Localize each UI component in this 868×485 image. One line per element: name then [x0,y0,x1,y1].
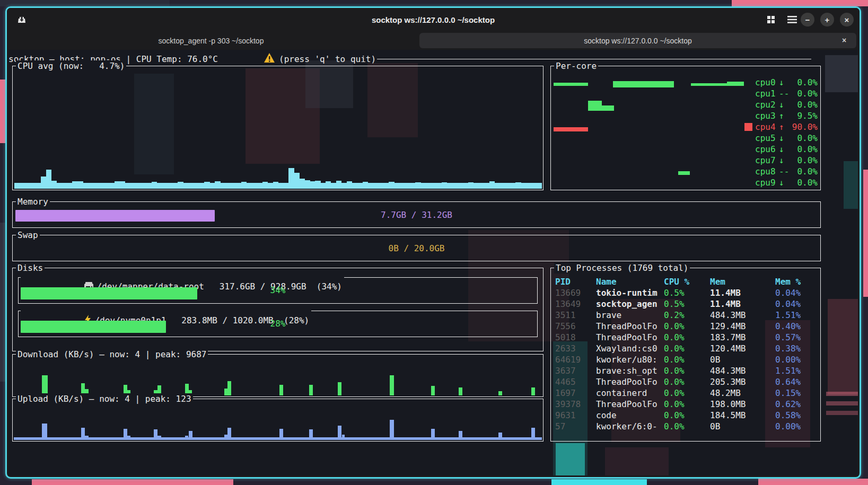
spark-bar [463,183,468,189]
net-bar [531,387,535,395]
download-chart [14,358,542,395]
spark-bar [152,182,157,189]
core-activity-bar [588,101,602,111]
spark-bar [194,183,199,189]
core-trend-icon: ↑ [776,111,789,121]
net-bar [498,433,502,440]
tab-label: socktop_agent -p 303 ~/socktop [159,37,264,45]
disk-item-data-root: /dev/mapper/data-root 317.6GB / 928.9GB … [18,277,538,304]
spark-bar [389,182,394,189]
spark-bar [51,181,57,189]
spark-bar [125,183,130,189]
close-button[interactable]: × [840,13,854,27]
core-trend-icon: ↓ [776,77,789,87]
spark-bar [225,183,231,189]
download-panel: Download (KB/s) — now: 4 | peak: 9687 [12,354,543,397]
tab-label: socktop ws://127.0.0.0 ~/socktop [584,37,692,45]
process-row: 39378ThreadPoolFo0.0%198.0MB0.62% [551,399,820,410]
net-bar [498,391,502,395]
process-name: ThreadPoolFo [596,321,657,331]
net-bar [431,386,435,395]
core-row-cpu0: cpu0↓0.0% [755,77,818,87]
spark-bar [474,183,479,189]
core-value: 0.0% [789,166,818,177]
spark-bar [436,183,442,189]
spark-bar [278,183,284,189]
process-mem: 484.3MB [710,366,746,376]
core-trend-icon: -- [776,166,789,177]
spark-bar [352,183,357,189]
spark-bar [67,183,73,189]
process-pid: 13649 [555,299,581,309]
tab-socktop-agent[interactable]: socktop_agent -p 303 ~/socktop [7,31,415,50]
spark-bar [146,183,152,189]
spark-bar [188,183,194,189]
core-value: 0.0% [789,77,818,87]
tab-socktop-active[interactable]: socktop ws://127.0.0.0 ~/socktop × [419,33,856,48]
core-trend-icon: ↓ [776,144,789,154]
spark-bar [283,183,288,189]
spark-bar [162,183,168,189]
spark-bar [341,183,347,189]
spark-bar [72,181,77,189]
spark-bar [299,179,304,189]
process-mem: 0B [710,355,720,365]
core-value: 90.0% [789,122,818,132]
process-mem: 198.0MB [710,399,746,409]
spark-bar [130,183,136,189]
tab-bar: socktop_agent -p 303 ~/socktop socktop w… [7,31,860,50]
minimize-button[interactable]: − [801,13,814,27]
spark-bar [273,182,278,189]
spark-bar [384,183,389,189]
process-mem: 0B [710,421,720,431]
process-pid: 2633 [555,343,576,354]
process-pid: 3511 [555,310,576,320]
spark-bar [231,183,236,189]
process-name: ThreadPoolFo [596,377,657,387]
wallpaper-strip-left-pink [0,80,5,143]
process-cpu: 0.0% [664,343,685,354]
process-mem: 120.4MB [710,343,746,354]
net-bar [390,375,394,395]
core-name: cpu0 [755,77,776,87]
process-name: Xwayland:cs0 [596,343,657,354]
maximize-button[interactable]: + [820,13,834,27]
process-cpu: 0.0% [664,377,685,387]
process-row: 13649socktop_agen0.5%11.4MB0.04% [551,299,820,310]
spark-bar [168,183,173,189]
core-trend-icon: ↓ [776,133,789,143]
menu-icon[interactable] [785,13,799,27]
spark-bar [57,183,62,189]
process-mem: 484.3MB [710,310,746,320]
process-pid: 3637 [555,366,576,376]
spark-bar [373,183,379,189]
process-row: 13669tokio-runtim0.5%11.4MB0.04% [551,288,820,299]
wallpaper-strip-bottom-cyan [551,479,647,485]
spark-bar [379,183,384,189]
core-name: cpu5 [755,133,776,143]
spark-bar [252,183,257,189]
process-mem: 11.4MB [710,299,741,309]
core-row-cpu2: cpu2↓0.0% [755,100,818,110]
core-activity-bar [727,82,744,86]
new-tab-icon[interactable] [15,13,29,27]
process-name: kworker/6:0- [596,421,657,431]
swap-panel: Swap 0B / 20.0GB [12,235,821,261]
spark-bar [531,183,537,189]
spark-bar [326,181,331,189]
column-header: CPU % [664,277,689,287]
disk-percent: 34% [19,285,537,295]
process-cpu: 0.5% [664,299,685,309]
core-name: cpu8 [755,166,776,177]
process-table: PIDNameCPU %MemMem %13669tokio-runtim0.5… [551,268,820,441]
tab-close-icon[interactable]: × [839,36,849,45]
grid-icon[interactable] [764,13,778,27]
process-pid: 7556 [555,321,576,331]
core-alert-square [744,123,752,131]
process-row: 3511brave0.2%484.3MB1.51% [551,310,820,321]
wallpaper-strip-top-left [0,0,170,6]
core-row-cpu4: cpu4↑90.0% [755,122,818,132]
net-bar [459,431,462,440]
spark-bar [336,181,341,189]
spark-bar [363,182,368,189]
